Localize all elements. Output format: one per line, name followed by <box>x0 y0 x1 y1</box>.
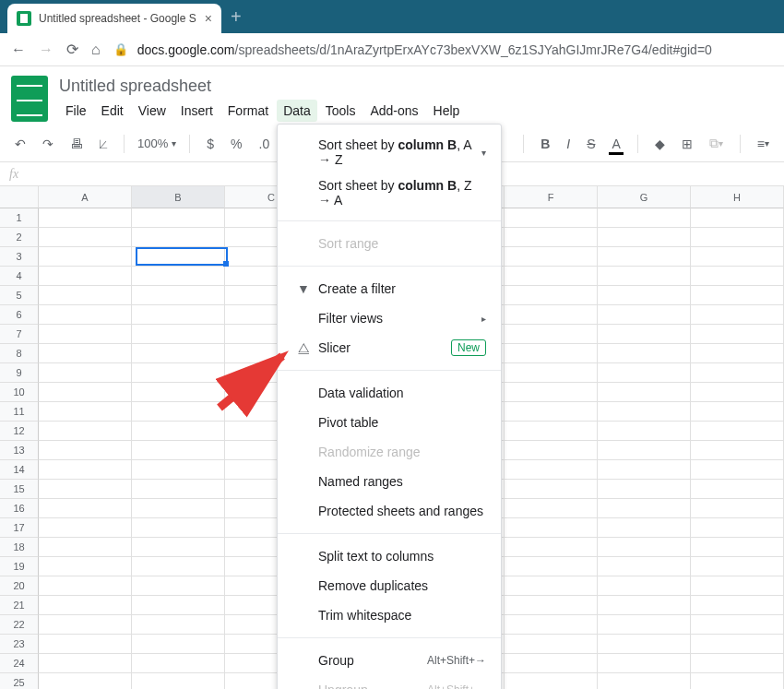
cell[interactable] <box>691 673 784 689</box>
cell[interactable] <box>39 538 132 557</box>
cell[interactable] <box>39 460 132 480</box>
cell[interactable] <box>39 305 132 325</box>
cell[interactable] <box>598 325 691 344</box>
cell[interactable] <box>598 383 691 402</box>
cell[interactable] <box>132 441 225 460</box>
menu-data[interactable]: Data <box>277 100 317 122</box>
cell[interactable] <box>598 518 691 538</box>
menu-filter-views[interactable]: Filter views ▸ <box>278 303 501 333</box>
cell[interactable] <box>598 441 691 460</box>
row-header[interactable]: 25 <box>0 673 39 689</box>
cell[interactable] <box>598 267 691 286</box>
cell[interactable] <box>39 422 132 441</box>
cell[interactable] <box>39 654 132 673</box>
cell[interactable] <box>39 518 132 538</box>
menu-pivot-table[interactable]: Pivot table <box>278 408 501 437</box>
row-header[interactable]: 5 <box>0 286 39 305</box>
cell[interactable] <box>598 557 691 576</box>
new-tab-button[interactable]: + <box>231 6 242 28</box>
row-header[interactable]: 24 <box>0 654 39 673</box>
cell[interactable] <box>691 654 784 673</box>
column-header[interactable]: B <box>132 186 225 208</box>
cell[interactable] <box>598 576 691 596</box>
column-header[interactable]: A <box>39 186 132 208</box>
cell[interactable] <box>132 305 225 325</box>
menu-tools[interactable]: Tools <box>319 100 362 122</box>
row-header[interactable]: 3 <box>0 247 39 267</box>
cell[interactable] <box>132 518 225 538</box>
cell[interactable] <box>505 247 598 267</box>
redo-icon[interactable]: ↷ <box>39 135 57 153</box>
menu-slicer[interactable]: ⧋ Slicer New <box>278 333 501 362</box>
cell[interactable] <box>132 267 225 286</box>
cell[interactable] <box>39 363 132 383</box>
row-header[interactable]: 9 <box>0 363 39 383</box>
menu-named-ranges[interactable]: Named ranges <box>278 467 501 496</box>
cell[interactable] <box>598 363 691 383</box>
cell[interactable] <box>691 305 784 325</box>
zoom-select[interactable]: 100% ▾ <box>137 137 176 150</box>
cell[interactable] <box>505 460 598 480</box>
cell[interactable] <box>598 286 691 305</box>
row-header[interactable]: 2 <box>0 228 39 247</box>
menu-sort-az[interactable]: Sort sheet by column B, A → Z ▾ <box>278 132 501 172</box>
cell[interactable] <box>39 480 132 499</box>
menu-trim-whitespace[interactable]: Trim whitespace <box>278 600 501 630</box>
cell[interactable] <box>505 383 598 402</box>
cell[interactable] <box>132 325 225 344</box>
format-decimal-button[interactable]: .0 <box>255 135 274 153</box>
cell[interactable] <box>598 344 691 363</box>
cell[interactable] <box>132 363 225 383</box>
cell[interactable] <box>691 228 784 247</box>
cell[interactable] <box>691 615 784 635</box>
cell[interactable] <box>132 480 225 499</box>
document-title[interactable]: Untitled spreadsheet <box>59 74 773 100</box>
row-header[interactable]: 14 <box>0 460 39 480</box>
cell[interactable] <box>132 654 225 673</box>
borders-icon[interactable]: ⊞ <box>678 135 696 153</box>
menu-help[interactable]: Help <box>427 100 467 122</box>
cell[interactable] <box>132 615 225 635</box>
cell[interactable] <box>505 422 598 441</box>
cell[interactable] <box>132 402 225 422</box>
cell[interactable] <box>39 596 132 615</box>
cell[interactable] <box>132 635 225 654</box>
cell[interactable] <box>691 267 784 286</box>
cell[interactable] <box>691 441 784 460</box>
cell[interactable] <box>505 576 598 596</box>
cell[interactable] <box>505 557 598 576</box>
cell[interactable] <box>505 441 598 460</box>
align-icon[interactable]: ≡ ▾ <box>754 135 773 153</box>
cell[interactable] <box>691 247 784 267</box>
cell[interactable] <box>691 557 784 576</box>
menu-addons[interactable]: Add-ons <box>363 100 424 122</box>
cell[interactable] <box>598 208 691 228</box>
row-header[interactable]: 1 <box>0 208 39 228</box>
text-color-button[interactable]: A <box>608 135 624 153</box>
cell[interactable] <box>132 344 225 363</box>
cell[interactable] <box>598 480 691 499</box>
cell[interactable] <box>505 208 598 228</box>
menu-remove-duplicates[interactable]: Remove duplicates <box>278 571 501 600</box>
cell[interactable] <box>691 363 784 383</box>
menu-edit[interactable]: Edit <box>95 100 130 122</box>
cell[interactable] <box>132 286 225 305</box>
cell[interactable] <box>691 596 784 615</box>
cell[interactable] <box>132 596 225 615</box>
menu-group[interactable]: Group Alt+Shift+→ <box>278 646 501 675</box>
close-tab-icon[interactable]: × <box>205 11 212 26</box>
cell[interactable] <box>505 480 598 499</box>
menu-format[interactable]: Format <box>221 100 275 122</box>
cell[interactable] <box>132 247 225 267</box>
cell[interactable] <box>598 460 691 480</box>
home-icon[interactable]: ⌂ <box>91 42 101 58</box>
url-field[interactable]: 🔒 docs.google.com/spreadsheets/d/1nAraZy… <box>113 42 773 57</box>
cell[interactable] <box>505 499 598 518</box>
cell[interactable] <box>39 208 132 228</box>
cell[interactable] <box>505 344 598 363</box>
column-header[interactable]: F <box>505 186 598 208</box>
cell[interactable] <box>132 557 225 576</box>
format-currency-button[interactable]: $ <box>203 135 218 153</box>
row-header[interactable]: 21 <box>0 596 39 615</box>
cell[interactable] <box>132 383 225 402</box>
